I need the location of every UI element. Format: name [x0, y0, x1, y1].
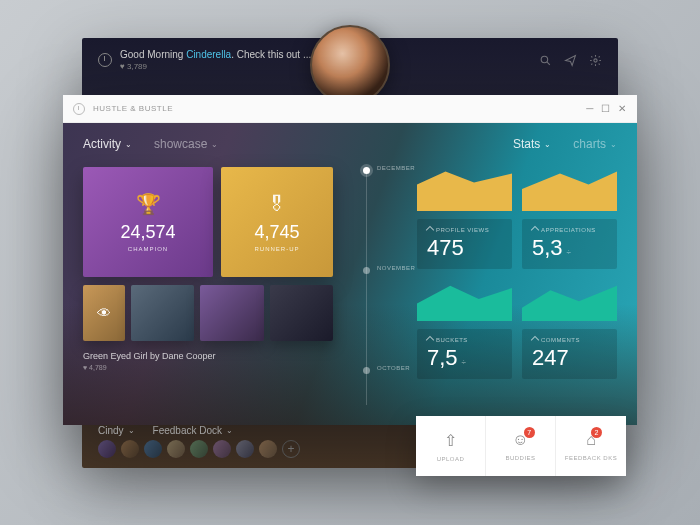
- arrow-up-icon: [426, 336, 434, 344]
- runnerup-value: 4,745: [254, 222, 299, 243]
- likes-count: ♥ 3,789: [120, 62, 311, 71]
- tab-showcase[interactable]: showcase⌄: [154, 137, 218, 151]
- tab-stats[interactable]: Stats⌄: [513, 137, 551, 151]
- stat-appreciations[interactable]: APPRECIATIONS 5,3÷: [522, 219, 617, 269]
- user-dropdown[interactable]: Cindy⌄: [98, 425, 135, 436]
- arrow-up-icon: [531, 226, 539, 234]
- history-icon[interactable]: [73, 103, 85, 115]
- user-link[interactable]: Cinderella: [186, 49, 231, 60]
- action-bar: ⇧ UPLOAD ☺7 BUDDIES ⌂2 FEEDBACK DKS: [416, 416, 626, 476]
- cloud-upload-icon: ⇧: [444, 431, 457, 450]
- tab-activity[interactable]: Activity⌄: [83, 137, 132, 151]
- runnerup-tile[interactable]: 🎖 4,745 RUNNER-UP: [221, 167, 333, 277]
- svg-point-2: [594, 58, 597, 61]
- artwork-thumb[interactable]: [270, 285, 333, 341]
- timeline: DECEMBER NOVEMBER OCTOBER: [363, 167, 365, 405]
- add-buddy-button[interactable]: +: [282, 440, 300, 458]
- search-icon[interactable]: [539, 54, 552, 67]
- timeline-label: DECEMBER: [377, 165, 415, 171]
- tab-charts[interactable]: charts⌄: [573, 137, 617, 151]
- window-title: HUSTLE & BUSTLE: [93, 104, 173, 113]
- champion-tile[interactable]: 🏆 24,574 CHAMPION: [83, 167, 213, 277]
- avatar[interactable]: [259, 440, 277, 458]
- sparkline-gold: [522, 167, 617, 211]
- timeline-label: NOVEMBER: [377, 265, 415, 271]
- stat-comments[interactable]: COMMENTS 247: [522, 329, 617, 379]
- profile-avatar[interactable]: [310, 25, 390, 105]
- champion-value: 24,574: [120, 222, 175, 243]
- avatar[interactable]: [121, 440, 139, 458]
- stat-buckets[interactable]: BUCKETS 7,5÷: [417, 329, 512, 379]
- avatar[interactable]: [213, 440, 231, 458]
- clock-icon: [98, 53, 112, 67]
- feedback-button[interactable]: ⌂2 FEEDBACK DKS: [556, 416, 626, 476]
- sparkline-teal: [417, 277, 512, 321]
- svg-point-0: [541, 56, 548, 63]
- ribbon-icon: 🎖: [267, 193, 287, 216]
- timeline-dot-oct[interactable]: [363, 367, 370, 374]
- feedback-dock-dropdown[interactable]: Feedback Dock⌄: [153, 425, 233, 436]
- arrow-up-icon: [531, 336, 539, 344]
- devices-icon: ⌂2: [586, 431, 596, 449]
- timeline-dot-dec[interactable]: [363, 167, 370, 174]
- sparkline-teal: [522, 277, 617, 321]
- avatar[interactable]: [167, 440, 185, 458]
- stat-profile-views[interactable]: PROFILE VIEWS 475: [417, 219, 512, 269]
- artwork-likes: ♥ 4,789: [83, 364, 333, 371]
- trophy-icon: 🏆: [136, 192, 161, 216]
- avatar[interactable]: [190, 440, 208, 458]
- greeting-text: Good Morning Cinderella. Check this out …: [120, 49, 311, 60]
- upload-button[interactable]: ⇧ UPLOAD: [416, 416, 486, 476]
- eye-icon: 👁: [97, 305, 111, 321]
- send-icon[interactable]: [564, 54, 577, 67]
- user-icon: ☺7: [512, 431, 528, 449]
- maximize-button[interactable]: ☐: [601, 104, 611, 114]
- gear-icon[interactable]: [589, 54, 602, 67]
- buddy-avatars: +: [98, 440, 300, 458]
- artwork-title: Green Eyed Girl by Dane Cooper: [83, 351, 333, 361]
- champion-label: CHAMPION: [128, 246, 168, 252]
- runnerup-label: RUNNER-UP: [255, 246, 300, 252]
- view-thumb[interactable]: 👁: [83, 285, 125, 341]
- timeline-dot-nov[interactable]: [363, 267, 370, 274]
- avatar[interactable]: [98, 440, 116, 458]
- badge: 2: [591, 427, 602, 438]
- main-window: HUSTLE & BUSTLE ─ ☐ ✕ Activity⌄ showcase…: [63, 95, 637, 425]
- buddies-button[interactable]: ☺7 BUDDIES: [486, 416, 556, 476]
- minimize-button[interactable]: ─: [585, 104, 595, 114]
- sparkline-gold: [417, 167, 512, 211]
- avatar[interactable]: [144, 440, 162, 458]
- close-button[interactable]: ✕: [617, 104, 627, 114]
- title-bar: HUSTLE & BUSTLE ─ ☐ ✕: [63, 95, 637, 123]
- timeline-label: OCTOBER: [377, 365, 410, 371]
- badge: 7: [524, 427, 535, 438]
- artwork-thumb[interactable]: [200, 285, 263, 341]
- avatar[interactable]: [236, 440, 254, 458]
- artwork-thumb[interactable]: [131, 285, 194, 341]
- arrow-up-icon: [426, 226, 434, 234]
- svg-line-1: [547, 62, 550, 65]
